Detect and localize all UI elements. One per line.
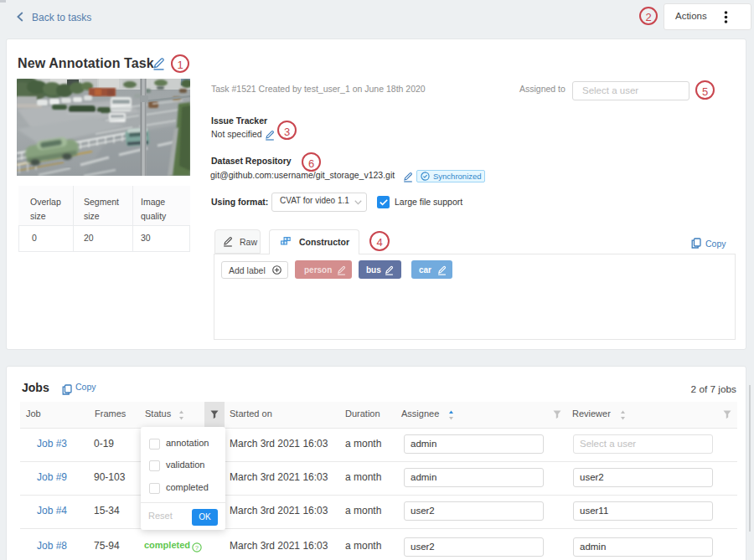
svg-text:?: ? [195,544,199,552]
